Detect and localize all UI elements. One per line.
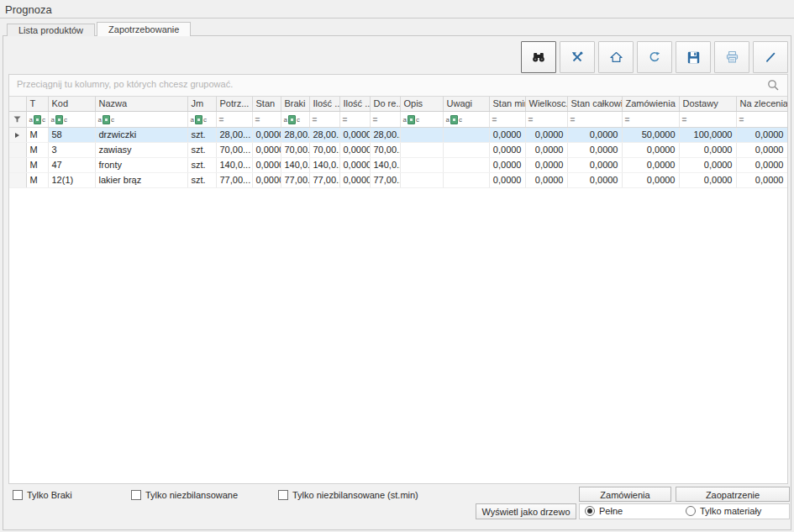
cell-jm[interactable]: szt.: [187, 173, 216, 188]
cell-nazwa[interactable]: zawiasy: [95, 143, 187, 158]
filter-cell-ilosc-2[interactable]: =: [339, 112, 370, 128]
header-nazwa[interactable]: Nazwa: [95, 97, 187, 112]
cell-wielkosc[interactable]: 0,0000: [525, 128, 567, 143]
cell-t[interactable]: M: [26, 173, 48, 188]
header-stan-calkowity[interactable]: Stan całkowity: [567, 97, 622, 112]
cell-kod[interactable]: 3: [48, 143, 95, 158]
checkbox-box[interactable]: [278, 490, 288, 500]
cell-braki[interactable]: 140,0...: [281, 158, 309, 173]
cell-stan[interactable]: 0,0000: [252, 158, 281, 173]
cell-ilosc-1[interactable]: 140,0...: [309, 158, 339, 173]
cell-dostawy[interactable]: 0,0000: [679, 173, 736, 188]
cell-t[interactable]: M: [26, 128, 48, 143]
checkbox-tylko-niezbilansowane[interactable]: Tylko niezbilansowane: [131, 490, 238, 500]
cell-stan-calkowity[interactable]: 0,0000: [567, 128, 622, 143]
print-button[interactable]: [714, 41, 749, 73]
cell-ilosc-1[interactable]: 77,00...: [309, 173, 339, 188]
filter-cell-dostawy[interactable]: =: [679, 112, 736, 128]
cell-wielkosc[interactable]: 0,0000: [525, 158, 567, 173]
filter-cell-zamowienia[interactable]: =: [622, 112, 679, 128]
cell-stan-calkowity[interactable]: 0,0000: [567, 158, 622, 173]
cell-t[interactable]: M: [26, 143, 48, 158]
cell-na-zlecenia[interactable]: 0,0000: [736, 143, 787, 158]
filter-cell-uwagi[interactable]: ac: [443, 112, 489, 128]
cell-opis[interactable]: [400, 158, 443, 173]
cell-zamowienia[interactable]: 50,0000: [622, 128, 679, 143]
cell-kod[interactable]: 12(1): [48, 173, 95, 188]
header-wielkosc[interactable]: Wielkosc...: [525, 97, 567, 112]
cell-stan-min[interactable]: 0,0000: [489, 143, 525, 158]
cell-stan-min[interactable]: 0,0000: [489, 158, 525, 173]
radio-tylko-materialy[interactable]: Tylko materiały: [686, 506, 761, 516]
cell-potrz[interactable]: 70,00...: [216, 143, 252, 158]
cell-ilosc-1[interactable]: 28,00...: [309, 128, 339, 143]
header-braki[interactable]: Braki: [281, 97, 309, 112]
cell-do-re[interactable]: 70,00...: [370, 143, 400, 158]
header-dostawy[interactable]: Dostawy: [679, 97, 736, 112]
cell-wielkosc[interactable]: 0,0000: [525, 143, 567, 158]
cell-na-zlecenia[interactable]: 0,0000: [736, 128, 787, 143]
cell-ilosc-2[interactable]: 0,0000: [339, 143, 370, 158]
cell-opis[interactable]: [400, 128, 443, 143]
cell-uwagi[interactable]: [443, 158, 489, 173]
filter-cell-braki[interactable]: ac: [281, 112, 309, 128]
header-stan-min[interactable]: Stan min: [489, 97, 525, 112]
table-row[interactable]: M58drzwiczkiszt.28,00...0,000028,00...28…: [9, 128, 787, 143]
filter-cell-do-re[interactable]: =: [370, 112, 400, 128]
home-button[interactable]: [598, 41, 634, 73]
tools-button[interactable]: [560, 41, 595, 73]
filter-cell-stan-min[interactable]: =: [489, 112, 525, 128]
cell-zamowienia[interactable]: 0,0000: [622, 143, 679, 158]
group-by-panel[interactable]: Przeciągnij tu kolumny, po których chces…: [9, 75, 787, 97]
cell-wielkosc[interactable]: 0,0000: [525, 173, 567, 188]
cell-stan[interactable]: 0,0000: [252, 173, 281, 188]
cell-dostawy[interactable]: 0,0000: [679, 158, 736, 173]
cell-dostawy[interactable]: 100,0000: [679, 128, 736, 143]
table-row[interactable]: M3zawiasyszt.70,00...0,000070,00...70,00…: [9, 143, 787, 158]
filter-cell-stan[interactable]: =: [252, 112, 281, 128]
checkbox-box[interactable]: [13, 490, 23, 500]
cell-do-re[interactable]: 28,00...: [370, 128, 400, 143]
header-uwagi[interactable]: Uwagi: [443, 97, 489, 112]
cell-zamowienia[interactable]: 0,0000: [622, 158, 679, 173]
header-ilosc-1[interactable]: Ilość ...: [309, 97, 339, 112]
filter-cell-opis[interactable]: ac: [400, 112, 443, 128]
cell-ilosc-1[interactable]: 70,00...: [309, 143, 339, 158]
cell-braki[interactable]: 28,00...: [281, 128, 309, 143]
cell-dostawy[interactable]: 0,0000: [679, 143, 736, 158]
cell-na-zlecenia[interactable]: 0,0000: [736, 158, 787, 173]
header-na-zlecenia[interactable]: Na zlecenia: [736, 97, 787, 112]
cell-stan-calkowity[interactable]: 0,0000: [567, 173, 622, 188]
filter-cell-stan-calkowity[interactable]: =: [567, 112, 622, 128]
cell-stan-calkowity[interactable]: 0,0000: [567, 143, 622, 158]
tab-lista-produktow[interactable]: Lista produktów: [7, 24, 95, 36]
radio-dot[interactable]: [686, 506, 696, 516]
find-button[interactable]: [521, 41, 556, 73]
header-jm[interactable]: Jm: [187, 97, 216, 112]
cell-jm[interactable]: szt.: [187, 158, 216, 173]
cell-jm[interactable]: szt.: [187, 128, 216, 143]
tab-zapotrzebowanie[interactable]: Zapotrzebowanie: [97, 22, 191, 36]
radio-dot[interactable]: [585, 506, 595, 516]
header-stan[interactable]: Stan: [252, 97, 281, 112]
cell-nazwa[interactable]: drzwiczki: [95, 128, 187, 143]
cell-stan[interactable]: 0,0000: [252, 128, 281, 143]
header-potrz[interactable]: Potrz...: [216, 97, 252, 112]
cell-nazwa[interactable]: lakier brąz: [95, 173, 187, 188]
table-row[interactable]: M47frontyszt.140,0...0,0000140,0...140,0…: [9, 158, 787, 173]
cell-ilosc-2[interactable]: 0,0000: [339, 128, 370, 143]
display-as-tree-button[interactable]: Wyświetl jako drzewo: [476, 503, 576, 519]
filter-cell-potrz[interactable]: =: [216, 112, 252, 128]
cell-opis[interactable]: [400, 143, 443, 158]
cell-potrz[interactable]: 28,00...: [216, 128, 252, 143]
cell-kod[interactable]: 47: [48, 158, 95, 173]
cell-stan-min[interactable]: 0,0000: [489, 128, 525, 143]
header-kod[interactable]: Kod: [48, 97, 95, 112]
header-opis[interactable]: Opis: [400, 97, 443, 112]
filter-cell-nazwa[interactable]: ac: [95, 112, 187, 128]
checkbox-tylko-braki[interactable]: Tylko Braki: [13, 490, 72, 500]
header-t[interactable]: T: [26, 97, 48, 112]
cell-stan-min[interactable]: 0,0000: [489, 173, 525, 188]
radio-pelne[interactable]: Pełne: [585, 506, 623, 516]
filter-cell-kod[interactable]: ac: [48, 112, 95, 128]
